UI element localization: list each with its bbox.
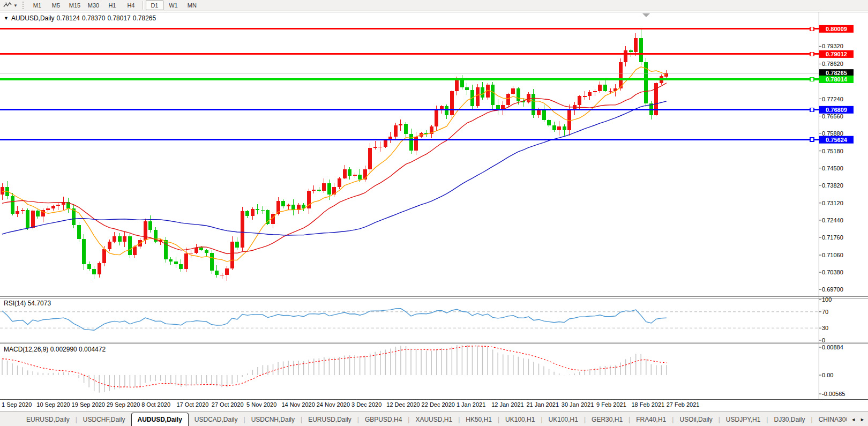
chart-tab-bar: EURUSD,Daily|USDCHF,DailyAUDUSD,DailyUSD… (0, 412, 868, 426)
chart-tool-button[interactable]: ▼ (0, 0, 20, 11)
svg-text:0.69700: 0.69700 (822, 286, 843, 293)
chart-tab-xauusd-h1-7[interactable]: XAUUSD,H1 (409, 414, 458, 426)
chart-tab-eurusd-daily-0[interactable]: EURUSD,Daily (20, 414, 76, 426)
date-label: 3 Dec 2020 (351, 401, 381, 408)
svg-text:0.73820: 0.73820 (822, 182, 843, 189)
chart-tab-usdcad-daily-3[interactable]: USDCAD,Daily (189, 414, 244, 426)
chart-tab-usdcnh-daily-4[interactable]: USDCNH,Daily (245, 414, 301, 426)
svg-text:0.72440: 0.72440 (822, 217, 843, 223)
date-label: 9 Feb 2021 (596, 401, 626, 408)
chart-tab-audusd-daily-2[interactable]: AUDUSD,Daily (131, 413, 189, 426)
panel-frames (0, 12, 868, 400)
chart-tab-uk100-h1-10[interactable]: UK100,H1 (543, 414, 584, 426)
price-axis: 0.793200.786200.779400.772400.765600.758… (819, 25, 854, 397)
toolbar-grip[interactable] (23, 2, 25, 9)
horizontal-line-objects[interactable] (0, 27, 819, 141)
rsi-level-lines (0, 312, 819, 328)
chart-tab-gbpusd-h4-6[interactable]: GBPUSD,H4 (359, 414, 408, 426)
toolbar-separator (143, 1, 143, 10)
svg-text:0.73120: 0.73120 (822, 200, 843, 206)
svg-text:0.70380: 0.70380 (822, 269, 843, 275)
date-label: 1 Sep 2020 (2, 401, 32, 408)
date-label: 5 Nov 2020 (246, 401, 276, 408)
timeframe-button-W1[interactable]: W1 (164, 1, 182, 10)
chart-tab-usoil-daily-13[interactable]: USOil,Daily (674, 414, 718, 426)
date-label: 8 Oct 2020 (141, 401, 170, 408)
timeframe-button-D1[interactable]: D1 (146, 1, 163, 10)
date-label: 10 Sep 2020 (36, 401, 70, 408)
chart-tab-fra40-h1-12[interactable]: FRA40,H1 (630, 414, 672, 426)
date-label: 27 Feb 2021 (667, 401, 700, 408)
svg-text:30: 30 (822, 325, 828, 331)
chart-tab-ger30-h1-11[interactable]: GER30,H1 (586, 414, 628, 426)
tab-scroll-left-icon[interactable]: ◄ (851, 417, 856, 422)
chevron-down-icon: ▼ (13, 3, 18, 8)
chart-shift-marker[interactable] (642, 13, 650, 17)
svg-text:0.78265: 0.78265 (826, 70, 847, 76)
chart-tab-eurusd-daily-5[interactable]: EURUSD,Daily (302, 414, 357, 426)
date-label: 1 Jan 2021 (457, 401, 485, 408)
timeframe-buttons: M1M5M15M30H1H4D1W1MN (28, 1, 201, 10)
tab-scroll-right-icon[interactable]: ► (860, 417, 865, 422)
chart-tab-usdchf-daily-1[interactable]: USDCHF,Daily (77, 414, 131, 426)
date-label: 27 Oct 2020 (212, 401, 244, 408)
svg-text:0.71060: 0.71060 (822, 252, 843, 258)
svg-text:100: 100 (822, 296, 832, 303)
date-label: 30 Jan 2021 (562, 401, 594, 408)
chart-tab-dj30-daily-15[interactable]: DJ30,Daily (768, 414, 811, 426)
svg-text:0.78014: 0.78014 (826, 76, 848, 83)
date-label: 21 Jan 2021 (527, 401, 559, 408)
timeframe-button-M30[interactable]: M30 (85, 1, 102, 10)
date-label: 12 Dec 2020 (386, 401, 420, 408)
timeframe-button-M5[interactable]: M5 (47, 1, 65, 10)
timeframe-toolbar: ▼ M1M5M15M30H1H4D1W1MN (0, 0, 868, 11)
svg-text:0.75880: 0.75880 (822, 130, 843, 137)
chart-tab-uk100-h1-9[interactable]: UK100,H1 (499, 414, 541, 426)
svg-text:0: 0 (822, 337, 825, 343)
timeframe-button-H4[interactable]: H4 (122, 1, 140, 10)
svg-text:70: 70 (822, 309, 828, 315)
svg-text:0.76809: 0.76809 (826, 107, 847, 113)
svg-text:0.76560: 0.76560 (822, 113, 843, 119)
macd-histogram-and-signal (2, 345, 667, 393)
date-label: 24 Nov 2020 (317, 401, 350, 408)
mt4-window: ▼ M1M5M15M30H1H4D1W1MN ▼AUDUSD,Daily0.78… (0, 0, 868, 426)
timeframe-button-MN[interactable]: MN (183, 1, 201, 10)
svg-text:0.00884: 0.00884 (822, 344, 843, 350)
date-label: 18 Feb 2021 (631, 401, 664, 408)
svg-text:0.75624: 0.75624 (826, 137, 848, 143)
svg-text:0.71760: 0.71760 (822, 234, 843, 241)
moving-average-lines (2, 67, 667, 261)
svg-text:0.79012: 0.79012 (826, 51, 847, 57)
date-label: 19 Sep 2020 (72, 401, 105, 408)
timeframe-button-M15[interactable]: M15 (66, 1, 84, 10)
tab-scroll-arrows: ◄ ► (847, 412, 868, 426)
svg-text:0.00: 0.00 (822, 372, 833, 378)
chart-tab-usdjpy-h1-14[interactable]: USDJPY,H1 (720, 414, 766, 426)
candlesticks (1, 29, 669, 281)
date-label: 17 Oct 2020 (177, 401, 209, 408)
polyline-tool-icon (3, 2, 12, 9)
timeframe-button-M1[interactable]: M1 (28, 1, 46, 10)
timeframe-button-H1[interactable]: H1 (103, 1, 121, 10)
date-label: 14 Nov 2020 (281, 401, 315, 408)
date-axis[interactable]: 1 Sep 202010 Sep 202019 Sep 202029 Sep 2… (2, 401, 699, 408)
svg-text:0.74500: 0.74500 (822, 165, 843, 171)
svg-text:-0.00565: -0.00565 (822, 391, 845, 397)
chart-surface[interactable]: 0.793200.786200.779400.772400.765600.758… (0, 12, 868, 412)
date-label: 29 Sep 2020 (107, 401, 140, 408)
date-label: 22 Dec 2020 (422, 401, 455, 408)
chart-tab-hk50-h1-8[interactable]: HK50,H1 (460, 414, 498, 426)
svg-text:0.77240: 0.77240 (822, 96, 843, 102)
svg-text:0.75180: 0.75180 (822, 148, 843, 154)
svg-text:0.78620: 0.78620 (822, 61, 843, 67)
svg-text:0.80009: 0.80009 (826, 26, 847, 32)
svg-text:0.79320: 0.79320 (822, 43, 843, 49)
date-label: 12 Jan 2021 (491, 401, 524, 408)
